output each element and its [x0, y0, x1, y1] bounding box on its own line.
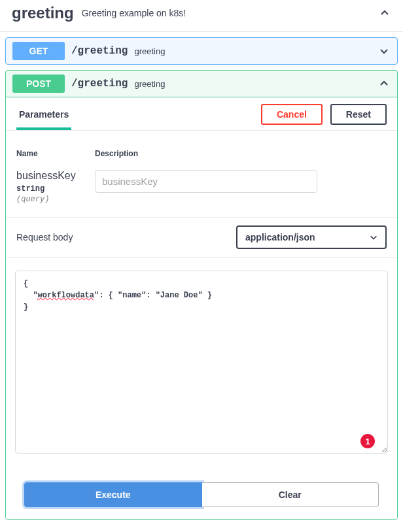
chevron-up-icon — [377, 77, 391, 90]
operation-summary[interactable]: GET /greeting greeting — [6, 38, 397, 64]
operation-summary-text: greeting — [134, 79, 377, 89]
tag-title: greeting — [12, 4, 74, 22]
chevron-up-icon — [378, 7, 391, 20]
table-row: businessKey string (query) — [16, 170, 387, 204]
method-badge-get: GET — [12, 42, 65, 60]
chevron-down-icon — [377, 44, 391, 58]
reset-button[interactable]: Reset — [330, 104, 387, 125]
operation-get-greeting: GET /greeting greeting — [5, 37, 398, 65]
operation-summary-text: greeting — [134, 46, 377, 56]
request-body-header: Request body application/json — [6, 217, 397, 258]
operation-path: /greeting — [71, 45, 128, 57]
parameter-in: (query) — [16, 195, 95, 204]
parameter-type: string — [16, 184, 95, 193]
request-body-label: Request body — [16, 232, 236, 242]
request-body-editor[interactable] — [15, 271, 388, 454]
cancel-button[interactable]: Cancel — [261, 104, 323, 125]
operation-summary[interactable]: POST /greeting greeting — [6, 71, 397, 97]
operation-path: /greeting — [71, 78, 128, 90]
column-header-description: Description — [95, 149, 387, 158]
parameter-name: businessKey — [16, 170, 95, 182]
businesskey-input[interactable] — [95, 170, 317, 193]
callout-badge: 1 — [360, 434, 375, 448]
operation-post-greeting: POST /greeting greeting Parameters Cance… — [5, 70, 398, 520]
tag-header[interactable]: greeting Greeting example on k8s! — [0, 0, 403, 32]
parameters-tab[interactable]: Parameters — [16, 104, 71, 130]
execute-row: Execute Clear — [6, 463, 397, 519]
operation-body: Parameters Cancel Reset Name Description… — [6, 97, 397, 519]
parameters-table: Name Description businessKey string (que… — [6, 131, 397, 217]
content-type-select[interactable]: application/json — [236, 225, 387, 249]
clear-button[interactable]: Clear — [202, 482, 379, 507]
column-header-name: Name — [16, 149, 95, 158]
execute-button[interactable]: Execute — [24, 482, 202, 507]
parameters-header: Parameters Cancel Reset — [6, 97, 397, 131]
method-badge-post: POST — [12, 75, 65, 93]
tag-description: Greeting example on k8s! — [82, 8, 378, 18]
